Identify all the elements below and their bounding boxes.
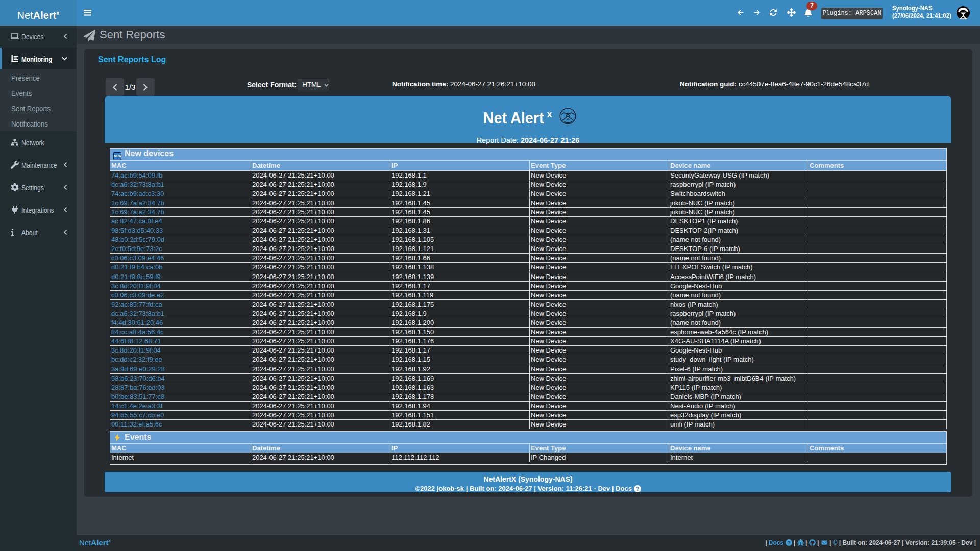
svg-text:?: ? bbox=[635, 486, 639, 492]
svg-text:?: ? bbox=[787, 540, 790, 545]
